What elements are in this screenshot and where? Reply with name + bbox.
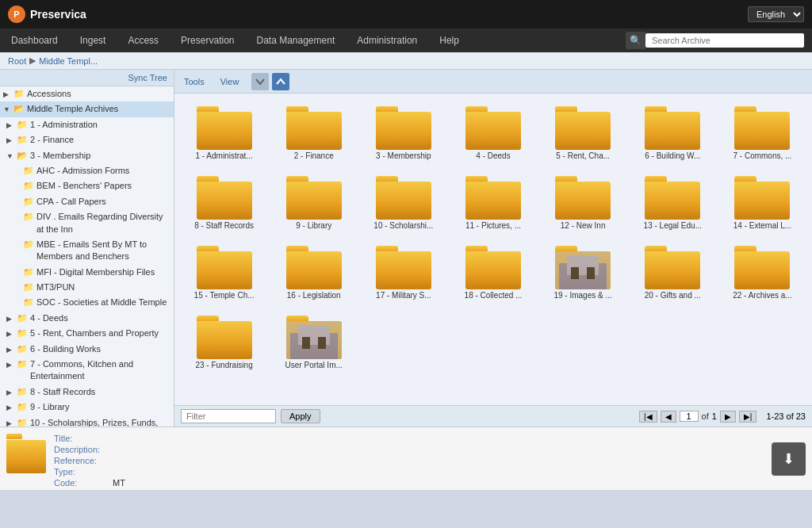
arrow-up-button[interactable] — [272, 73, 289, 90]
tree-label-accessions: Accessions — [27, 88, 71, 100]
sidebar-item-scholarships[interactable]: ▶📁10 - Scholarships, Prizes, Funds, Trus… — [0, 415, 174, 427]
grid-item-5[interactable]: 5 - Rent, Cha... — [542, 101, 625, 165]
sidebar-item-bem[interactable]: 📁BEM - Benchers' Papers — [0, 178, 174, 193]
grid-item-11[interactable]: 11 - Pictures, ... — [451, 171, 534, 235]
grid-item-18[interactable]: 18 - Collected ... — [451, 241, 534, 304]
folder-body-5 — [555, 112, 611, 150]
grid-item-23[interactable]: 23 - Fundraising — [182, 311, 266, 374]
pagination: |◀ ◀ of 1 ▶ ▶| 1-23 of 23 — [639, 411, 806, 423]
folder-image-23 — [197, 316, 252, 359]
sidebar-item-library[interactable]: ▶📁9 - Library — [0, 400, 174, 415]
folder-label-17: 17 - Military S... — [376, 291, 431, 300]
grid-item-15[interactable]: 15 - Temple Ch... — [182, 241, 266, 304]
nav-preservation[interactable]: Preservation — [178, 29, 237, 52]
grid-item-24[interactable]: User Portal Im... — [272, 311, 355, 374]
view-button[interactable]: View — [217, 76, 243, 87]
next-page-button[interactable]: ▶ — [720, 411, 736, 423]
nav-access[interactable]: Access — [124, 29, 162, 52]
arrow-down-button[interactable] — [251, 73, 269, 90]
sidebar-item-cpa[interactable]: 📁CPA - Call Papers — [0, 194, 174, 209]
apply-button[interactable]: Apply — [281, 409, 320, 423]
grid-item-9[interactable]: 9 - Library — [272, 171, 355, 235]
detail-title-row: Title: — [54, 434, 125, 443]
sidebar-item-mfi[interactable]: 📁MFI - Digital Membership Files — [0, 265, 174, 280]
search-icon: 🔍 — [626, 32, 645, 49]
grid-item-1[interactable]: 1 - Administrat... — [182, 101, 266, 165]
sidebar-item-finance[interactable]: ▶📁2 - Finance — [0, 132, 174, 147]
folder-icon-mt3pun: 📁 — [23, 281, 34, 293]
nav-data-management[interactable]: Data Management — [253, 29, 338, 52]
tree-toggle-commons: ▶ — [6, 360, 14, 370]
tree-label-mbe: MBE - Emails Sent By MT to Members and B… — [36, 239, 170, 263]
grid-item-3[interactable]: 3 - Membership — [362, 101, 445, 165]
tree-toggle-admin: ▶ — [6, 121, 14, 131]
prev-page-button[interactable]: ◀ — [661, 411, 676, 423]
tree-label-library: 9 - Library — [30, 401, 70, 413]
grid-item-20[interactable]: 20 - Gifts and ... — [631, 241, 714, 304]
sidebar-item-rent[interactable]: ▶📁5 - Rent, Chambers and Property — [0, 326, 174, 341]
folder-image-5 — [555, 106, 611, 150]
folder-label-22: 22 - Archives a... — [733, 291, 791, 300]
folder-image-2 — [286, 106, 342, 150]
tree-toggle-membership: ▼ — [6, 151, 14, 162]
grid-item-19[interactable]: 19 - Images & ... — [542, 241, 625, 304]
sidebar-item-mbe[interactable]: 📁MBE - Emails Sent By MT to Members and … — [0, 237, 174, 265]
sidebar-item-div[interactable]: 📁DIV . Emails Regarding Diversity at the… — [0, 209, 174, 237]
sidebar-item-accessions[interactable]: ▶📁Accessions — [0, 86, 174, 101]
sidebar-item-building[interactable]: ▶📁6 - Building Works — [0, 342, 174, 357]
tree-toggle-rent: ▶ — [6, 329, 14, 339]
tools-button[interactable]: Tools — [181, 76, 208, 87]
first-page-button[interactable]: |◀ — [639, 411, 657, 423]
grid-item-6[interactable]: 6 - Building W... — [631, 101, 714, 165]
sidebar-item-membership[interactable]: ▼📂3 - Membership — [0, 148, 174, 163]
language-selector[interactable]: English — [748, 6, 804, 22]
download-button[interactable]: ⬇ — [772, 442, 806, 476]
grid-item-2[interactable]: 2 - Finance — [272, 101, 355, 165]
folder-body-2 — [286, 112, 342, 150]
last-page-button[interactable]: ▶| — [739, 411, 757, 423]
sync-tree-button[interactable]: Sync Tree — [0, 70, 174, 86]
nav-arrows — [251, 73, 289, 90]
grid-item-12[interactable]: 12 - New Inn — [542, 171, 625, 235]
filter-input[interactable] — [181, 409, 276, 423]
folder-icon-mfi: 📁 — [23, 266, 34, 278]
grid-item-22[interactable]: 22 - Archives a... — [721, 241, 804, 304]
grid-item-13[interactable]: 13 - Legal Edu... — [631, 171, 714, 235]
nav-administration[interactable]: Administration — [354, 29, 420, 52]
sidebar-item-middle-temple[interactable]: ▼📂Middle Temple Archives — [0, 101, 174, 117]
sidebar-item-staff[interactable]: ▶📁8 - Staff Records — [0, 385, 174, 400]
grid-item-7[interactable]: 7 - Commons, ... — [721, 101, 804, 165]
sidebar-item-admin[interactable]: ▶📁1 - Administration — [0, 117, 174, 132]
folder-body-18 — [465, 251, 521, 289]
grid-item-10[interactable]: 10 - Scholarshi... — [362, 171, 445, 235]
detail-description-row: Description: — [54, 445, 125, 454]
tree-label-admin: 1 - Administration — [30, 119, 98, 131]
nav-help[interactable]: Help — [436, 29, 462, 52]
sidebar-item-commons[interactable]: ▶📁7 - Commons, Kitchen and Entertainment — [0, 357, 174, 385]
sidebar-item-deeds[interactable]: ▶📁4 - Deeds — [0, 311, 174, 326]
grid-item-16[interactable]: 16 - Legislation — [272, 241, 355, 304]
grid-container: 1 - Administrat...2 - Finance3 - Members… — [182, 101, 804, 374]
breadcrumb-path[interactable]: Middle Templ... — [39, 56, 98, 66]
breadcrumb-root[interactable]: Root — [8, 56, 26, 66]
grid-item-4[interactable]: 4 - Deeds — [451, 101, 534, 165]
nav-dashboard[interactable]: Dashboard — [8, 29, 61, 52]
grid-scroll[interactable]: 1 - Administrat...2 - Finance3 - Members… — [174, 94, 812, 405]
page-number-input[interactable] — [680, 411, 699, 422]
tree-label-deeds: 4 - Deeds — [30, 312, 68, 324]
grid-item-8[interactable]: 8 - Staff Records — [182, 171, 266, 235]
folder-label-10: 10 - Scholarshi... — [373, 221, 433, 230]
sidebar-item-ahc[interactable]: 📁AHC - Admission Forms — [0, 163, 174, 178]
sidebar-item-mt3pun[interactable]: 📁MT3/PUN — [0, 280, 174, 295]
grid-item-14[interactable]: 14 - External L... — [721, 171, 804, 235]
detail-fields: Title: Description: Reference: Type: Cod… — [54, 434, 125, 488]
folder-icon-ahc: 📁 — [23, 165, 34, 177]
tree-toggle-accessions: ▶ — [3, 90, 11, 100]
sidebar-item-soc[interactable]: 📁SOC - Societies at Middle Temple — [0, 295, 174, 310]
search-input[interactable] — [645, 33, 804, 48]
folder-image-19 — [555, 246, 611, 289]
nav-ingest[interactable]: Ingest — [77, 29, 109, 52]
grid-item-17[interactable]: 17 - Military S... — [362, 241, 445, 304]
folder-image-10 — [376, 176, 431, 220]
detail-type-label: Type: — [54, 467, 109, 476]
